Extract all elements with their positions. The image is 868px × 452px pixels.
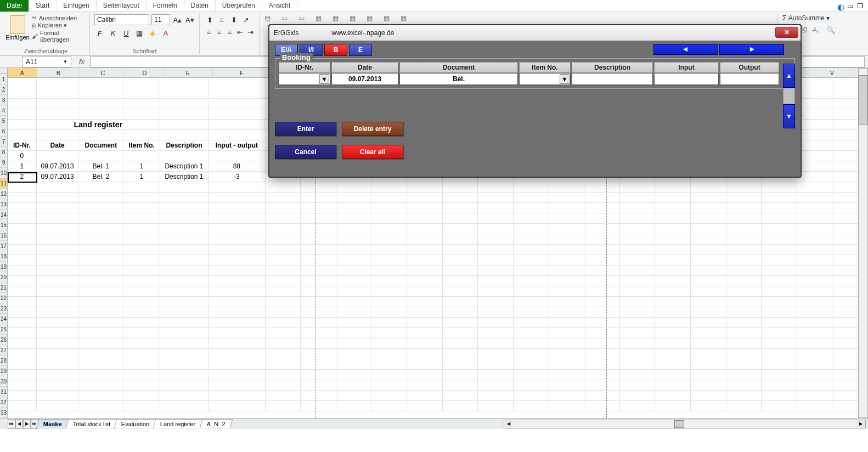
cell[interactable] xyxy=(8,213,37,224)
cell[interactable] xyxy=(514,401,549,411)
cell[interactable] xyxy=(584,203,620,213)
cell[interactable] xyxy=(78,380,123,391)
delete-entry-button[interactable]: Delete entry xyxy=(342,122,403,136)
cell[interactable] xyxy=(160,255,208,265)
cell[interactable] xyxy=(301,328,336,338)
row-header[interactable]: 23 xyxy=(0,303,8,314)
cell[interactable] xyxy=(123,203,160,213)
cell[interactable] xyxy=(160,234,208,245)
cell[interactable] xyxy=(797,328,833,338)
ribbon-tab-insert[interactable]: Einfügen xyxy=(57,0,96,12)
cell[interactable] xyxy=(160,391,208,401)
cell[interactable] xyxy=(762,380,797,391)
cell[interactable]: Bel. 2 xyxy=(78,172,123,182)
row-header[interactable]: 10 xyxy=(0,168,8,178)
row-header[interactable]: 14 xyxy=(0,210,8,220)
cell[interactable] xyxy=(336,203,372,213)
cell[interactable] xyxy=(797,307,833,318)
font-size-select[interactable] xyxy=(151,14,170,25)
cell[interactable] xyxy=(123,255,160,265)
cell[interactable] xyxy=(797,265,833,276)
cell[interactable] xyxy=(620,370,656,380)
cell[interactable] xyxy=(691,359,726,370)
cell[interactable] xyxy=(123,151,160,161)
cell[interactable] xyxy=(797,391,833,401)
cell[interactable] xyxy=(208,391,266,401)
insert-cells-icon[interactable]: ▦ xyxy=(367,14,373,22)
cell[interactable] xyxy=(620,255,656,265)
cell[interactable] xyxy=(726,338,762,349)
cell[interactable] xyxy=(762,401,797,411)
cell[interactable] xyxy=(160,307,208,318)
align-center-icon[interactable]: ≡ xyxy=(215,26,224,37)
cell[interactable] xyxy=(514,193,549,203)
cell[interactable] xyxy=(514,349,549,359)
cell[interactable] xyxy=(549,328,585,338)
cell[interactable] xyxy=(160,297,208,307)
cell[interactable] xyxy=(208,328,266,338)
cell[interactable] xyxy=(443,307,478,318)
row-header[interactable]: 2 xyxy=(0,84,8,95)
cell[interactable] xyxy=(8,380,37,391)
cell[interactable] xyxy=(584,328,620,338)
cell[interactable] xyxy=(8,370,37,380)
row-header[interactable]: 5 xyxy=(0,116,8,126)
align-right-icon[interactable]: ≡ xyxy=(225,26,234,37)
cell[interactable] xyxy=(514,276,549,286)
table-format-icon[interactable]: ▦ xyxy=(332,14,339,22)
cell[interactable] xyxy=(208,78,266,88)
cell[interactable] xyxy=(8,359,37,370)
cell[interactable] xyxy=(8,307,37,318)
cell[interactable] xyxy=(514,265,549,276)
cell[interactable] xyxy=(726,213,762,224)
cell[interactable] xyxy=(584,245,620,255)
cell[interactable] xyxy=(691,318,726,328)
dialog-close-button[interactable]: ✕ xyxy=(775,27,798,38)
cell[interactable] xyxy=(514,224,549,234)
cell[interactable]: ID-Nr. xyxy=(8,140,37,151)
cell[interactable] xyxy=(8,276,37,286)
cell[interactable] xyxy=(301,307,336,318)
cell[interactable] xyxy=(762,203,797,213)
cell[interactable] xyxy=(37,297,78,307)
cell[interactable] xyxy=(797,245,833,255)
cell[interactable] xyxy=(797,297,833,307)
cell[interactable] xyxy=(37,391,78,401)
cell[interactable] xyxy=(620,328,656,338)
font-color-button[interactable]: A xyxy=(160,27,171,38)
cell[interactable] xyxy=(37,286,78,297)
cell[interactable] xyxy=(160,130,208,140)
cell[interactable] xyxy=(208,359,266,370)
cell[interactable] xyxy=(78,307,123,318)
cell[interactable] xyxy=(407,328,443,338)
cell[interactable] xyxy=(160,203,208,213)
cell[interactable] xyxy=(208,380,266,391)
cell[interactable] xyxy=(208,349,266,359)
cell[interactable] xyxy=(371,318,407,328)
row-header[interactable]: 15 xyxy=(0,220,8,230)
cell[interactable] xyxy=(726,265,762,276)
cell[interactable] xyxy=(549,286,585,297)
cell[interactable] xyxy=(797,286,833,297)
cell[interactable] xyxy=(8,130,37,140)
cell[interactable] xyxy=(37,130,78,140)
cell[interactable] xyxy=(726,234,762,245)
cell[interactable] xyxy=(584,213,620,224)
cell[interactable] xyxy=(549,359,585,370)
cell[interactable]: Input - output xyxy=(208,140,266,151)
cell[interactable] xyxy=(160,151,208,161)
cell[interactable] xyxy=(443,255,478,265)
row-header[interactable]: 32 xyxy=(0,397,8,408)
ribbon-tab-data[interactable]: Daten xyxy=(184,0,216,12)
cell[interactable] xyxy=(208,245,266,255)
cell[interactable] xyxy=(8,99,37,109)
cell[interactable] xyxy=(37,151,78,161)
cell[interactable] xyxy=(78,99,123,109)
cell[interactable] xyxy=(691,245,726,255)
spin-down-icon[interactable]: ▼ xyxy=(783,104,795,128)
cell[interactable] xyxy=(78,286,123,297)
fx-button[interactable]: fx xyxy=(74,58,90,66)
cell[interactable] xyxy=(478,224,514,234)
cell[interactable] xyxy=(620,359,656,370)
cell[interactable] xyxy=(762,255,797,265)
